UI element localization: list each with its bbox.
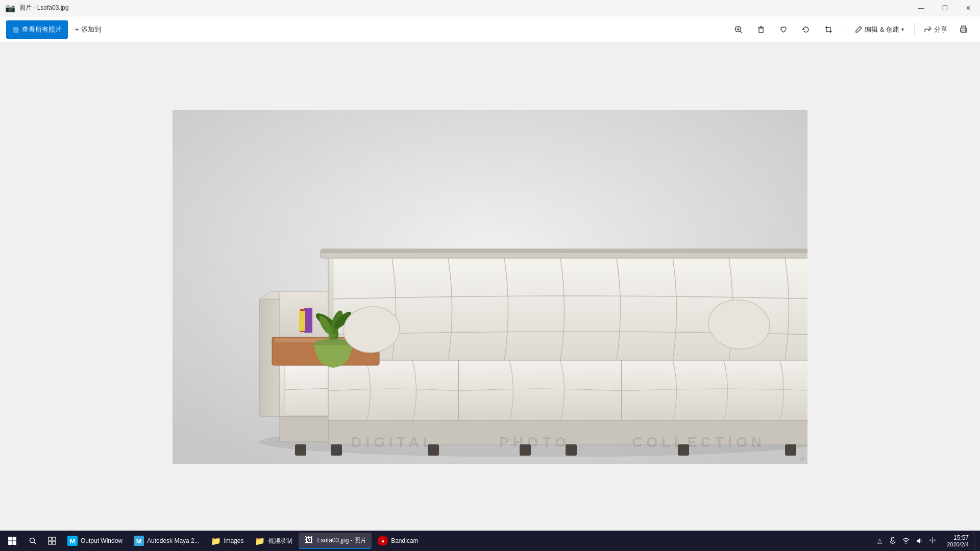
separator-2 — [914, 23, 915, 36]
share-button[interactable]: 分享 — [920, 20, 951, 39]
edit-create-button[interactable]: 编辑 & 创建 ▾ — [849, 20, 909, 39]
crop-button[interactable] — [818, 20, 839, 39]
microphone-icon[interactable] — [887, 533, 899, 548]
plus-icon: + — [75, 26, 79, 33]
svg-rect-52 — [304, 308, 312, 333]
svg-line-60 — [802, 458, 804, 461]
svg-rect-53 — [299, 311, 305, 331]
svg-rect-71 — [892, 537, 894, 541]
tray-expand-icon[interactable]: △ — [873, 533, 886, 548]
taskbar-item-maya[interactable]: M Autodesk Maya 2... — [129, 533, 205, 549]
svg-rect-22 — [328, 360, 807, 421]
photo-viewer-icon: 🖼 — [304, 535, 314, 545]
system-tray: △ 中 — [870, 533, 942, 548]
clock-time: 15:57 — [953, 534, 969, 541]
search-icon — [29, 537, 37, 545]
start-button[interactable] — [2, 531, 22, 551]
sofa-image: DIGITAL PHOTO COLLECTION — [173, 110, 807, 464]
image-viewer-area: DIGITAL PHOTO COLLECTION — [0, 43, 980, 531]
svg-rect-70 — [53, 541, 56, 544]
svg-rect-21 — [321, 249, 807, 253]
toolbar: ▦ 查看所有照片 + 添加到 编辑 & 创建 ▾ 分享 — [0, 16, 980, 43]
taskbar-item-video-render[interactable]: 📁 视频录制 — [250, 533, 298, 549]
search-button[interactable] — [23, 532, 42, 550]
photos-icon: ▦ — [12, 26, 19, 34]
zoom-in-button[interactable] — [728, 20, 749, 39]
taskbar-item-photo-viewer[interactable]: 🖼 Lsofa03.jpg - 照片 — [299, 533, 372, 549]
resize-handle[interactable] — [797, 454, 805, 462]
svg-marker-74 — [917, 538, 920, 543]
zoom-in-icon — [734, 25, 743, 34]
svg-rect-61 — [8, 537, 12, 541]
minimize-button[interactable]: — — [910, 0, 933, 16]
clock-date: 2020/2/4 — [947, 541, 969, 547]
svg-rect-62 — [13, 537, 17, 541]
svg-rect-63 — [8, 541, 12, 545]
show-desktop-button[interactable] — [974, 531, 978, 551]
chevron-down-icon: ▾ — [901, 27, 904, 32]
svg-text:DIGITAL: DIGITAL — [351, 434, 436, 450]
titlebar-controls: — ❐ ✕ — [910, 0, 980, 16]
clock[interactable]: 15:57 2020/2/4 — [943, 533, 973, 548]
titlebar-left: 📷 照片 - Lsofa03.jpg — [0, 3, 69, 13]
share-icon — [924, 26, 932, 34]
svg-rect-35 — [785, 444, 796, 456]
heart-icon — [779, 25, 788, 34]
window-title: 照片 - Lsofa03.jpg — [19, 4, 69, 12]
bandicam-icon: ● — [378, 536, 388, 546]
svg-rect-30 — [331, 444, 342, 456]
svg-rect-29 — [295, 444, 306, 456]
task-view-button[interactable] — [43, 532, 61, 550]
svg-line-1 — [740, 31, 742, 33]
svg-line-59 — [799, 456, 804, 461]
titlebar: 📷 照片 - Lsofa03.jpg — ❐ ✕ — [0, 0, 980, 16]
folder-images-icon: 📁 — [211, 536, 221, 546]
app-icon: 📷 — [5, 3, 15, 13]
add-to-button[interactable]: + 添加到 — [70, 20, 106, 39]
svg-rect-68 — [53, 537, 56, 540]
svg-rect-67 — [48, 537, 52, 540]
rotate-button[interactable] — [796, 20, 816, 39]
output-window-icon: M — [67, 536, 78, 546]
crop-icon — [824, 25, 833, 34]
ime-icon[interactable]: 中 — [926, 533, 939, 548]
network-icon[interactable] — [900, 533, 912, 548]
taskbar-item-output-window[interactable]: M Output Window — [62, 533, 128, 549]
taskbar-item-images[interactable]: 📁 images — [206, 533, 249, 549]
svg-rect-69 — [48, 541, 52, 544]
svg-point-9 — [965, 29, 966, 30]
folder-video-icon: 📁 — [255, 536, 265, 546]
favorite-button[interactable] — [773, 20, 794, 39]
taskbar: M Output Window M Autodesk Maya 2... 📁 i… — [0, 531, 980, 551]
delete-icon — [756, 25, 766, 34]
taskbar-item-bandicam[interactable]: ● Bandicam — [373, 533, 423, 549]
task-view-icon — [48, 537, 56, 545]
svg-point-65 — [30, 538, 35, 543]
delete-button[interactable] — [751, 20, 771, 39]
maya-icon: M — [134, 536, 144, 546]
svg-rect-4 — [759, 28, 763, 33]
print-button[interactable] — [953, 20, 974, 39]
volume-icon[interactable] — [913, 533, 925, 548]
svg-rect-64 — [13, 541, 17, 545]
close-button[interactable]: ✕ — [957, 0, 980, 16]
svg-point-73 — [905, 543, 906, 544]
restore-button[interactable]: ❐ — [933, 0, 957, 16]
rotate-icon — [801, 25, 811, 34]
windows-icon — [8, 536, 17, 545]
svg-text:COLLECTION: COLLECTION — [632, 434, 766, 450]
svg-text:PHOTO: PHOTO — [499, 434, 570, 450]
sofa-svg: DIGITAL PHOTO COLLECTION — [173, 110, 807, 464]
image-container: DIGITAL PHOTO COLLECTION — [173, 110, 807, 464]
print-icon — [959, 25, 968, 34]
svg-line-66 — [34, 542, 36, 544]
separator-1 — [844, 23, 844, 36]
edit-icon — [854, 26, 863, 34]
view-all-photos-button[interactable]: ▦ 查看所有照片 — [6, 20, 68, 39]
